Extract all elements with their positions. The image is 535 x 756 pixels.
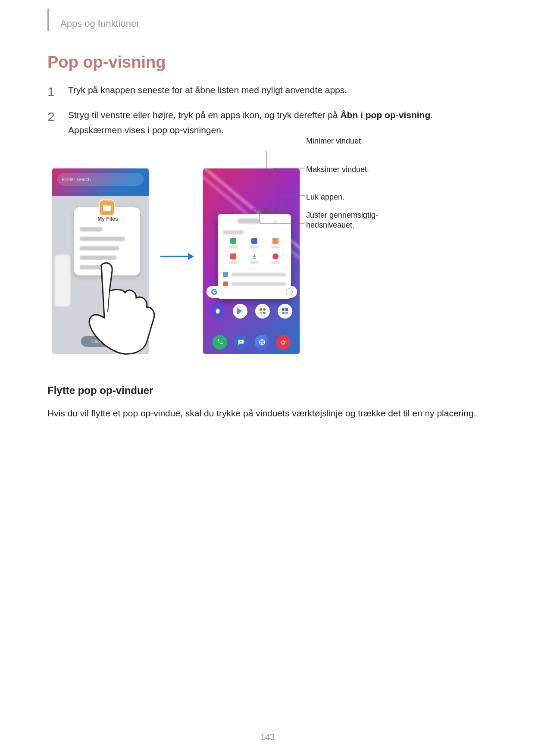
svg-point-10	[260, 308, 262, 311]
svg-point-20	[241, 341, 242, 342]
step-1-text: Tryk på knappen seneste for at åbne list…	[68, 85, 347, 95]
google-logo-icon	[211, 288, 218, 295]
close-icon: ×	[283, 208, 288, 213]
svg-rect-4	[253, 209, 256, 212]
callout-maximize: Maksimer vinduet.	[306, 165, 369, 175]
downloads-icon	[251, 253, 257, 259]
callout-minimize-label: Minimer vinduet.	[306, 136, 363, 146]
audio-icon: ♪	[272, 238, 278, 244]
popup-section-label	[218, 228, 291, 235]
callout-opacity-label: Juster gennemsigtig­hedsniveauet.	[306, 210, 388, 231]
svg-point-13	[263, 312, 266, 314]
step-2: Stryg til venstre eller højre, tryk på e…	[47, 107, 488, 138]
svg-text:♪: ♪	[274, 238, 276, 244]
arrow-right-icon	[160, 252, 194, 261]
recents-side-card	[55, 255, 70, 306]
page-title: Pop op-visning	[47, 53, 488, 72]
menu-item	[80, 227, 102, 231]
messages-icon	[234, 335, 248, 350]
svg-point-24	[285, 341, 285, 342]
popup-category-grid: ♪	[218, 235, 291, 251]
minimize-icon	[263, 208, 268, 213]
chapter-title: Apps og funktioner	[60, 18, 488, 29]
images-icon	[230, 238, 236, 244]
phone-icon	[213, 335, 227, 350]
more-icon: ⋮	[282, 218, 287, 224]
mic-icon	[286, 288, 293, 295]
step-2-text-c: Appskærmen vises i pop op-visningen.	[68, 125, 224, 135]
svg-rect-5	[253, 208, 257, 211]
callout-minimize: Minimer vinduet.	[306, 136, 363, 146]
svg-point-11	[263, 308, 266, 311]
google-folder-icon	[255, 304, 270, 319]
internal-storage-icon	[223, 272, 228, 277]
more-icon: ⋮	[135, 177, 139, 182]
svg-rect-15	[285, 308, 288, 311]
menu-item	[80, 237, 125, 241]
app-icon-myfiles	[99, 200, 115, 216]
steps-list: Tryk på knappen seneste for at åbne list…	[47, 82, 488, 138]
phone-popup: × ⌕ ⋮ ♪	[203, 168, 300, 354]
menu-item	[80, 256, 116, 260]
page-number: 143	[0, 732, 535, 742]
app-row	[203, 304, 300, 319]
browser-icon	[255, 335, 269, 350]
step-1: Tryk på knappen seneste for at åbne list…	[47, 82, 488, 98]
popup-header: ⌕ ⋮	[218, 214, 291, 228]
step-2-text-a: Stryg til venstre eller højre, tryk på e…	[68, 110, 340, 120]
svg-rect-1	[103, 205, 106, 206]
shop-icon	[210, 304, 225, 319]
svg-rect-17	[285, 312, 288, 314]
callout-close: Luk appen.	[306, 192, 344, 202]
hand-pointing-icon	[82, 261, 168, 356]
recents-search-bar: Finder search ⋮	[57, 173, 144, 186]
play-store-icon	[233, 304, 247, 319]
samsung-folder-icon	[278, 304, 292, 319]
subheading: Flytte pop op-vinduer	[47, 384, 488, 397]
opacity-icon	[252, 208, 257, 213]
dock-row	[203, 335, 300, 350]
popup-title-blur	[238, 219, 260, 224]
manual-page: Apps og funktioner Pop op-visning Tryk p…	[0, 0, 535, 756]
paragraph: Hvis du vil flytte et pop op-vindue, ska…	[47, 406, 488, 421]
menu-item	[80, 246, 119, 250]
popup-toolbar: ×	[252, 208, 288, 214]
step-2-bold: Åbn i pop op-visning	[340, 110, 430, 120]
recents-card-title: My Files	[80, 216, 136, 222]
callout-opacity: Juster gennemsigtig­hedsniveauet.	[306, 210, 388, 231]
callout-close-label: Luk appen.	[306, 192, 344, 202]
video-icon	[251, 238, 257, 244]
popup-category-grid-2	[218, 251, 291, 266]
step-2-text-b: .	[430, 110, 433, 120]
svg-point-19	[241, 341, 241, 342]
apk-icon	[272, 253, 278, 259]
docs-icon	[230, 253, 236, 259]
figure-area: Finder search ⋮ My Files Close all	[47, 151, 488, 375]
recents-search-placeholder: Finder search	[62, 177, 91, 182]
search-icon: ⌕	[273, 218, 276, 224]
svg-point-12	[260, 312, 262, 314]
svg-rect-16	[282, 312, 285, 314]
maximize-icon	[273, 208, 278, 213]
camera-icon	[276, 335, 291, 350]
svg-point-18	[239, 341, 240, 342]
svg-rect-14	[282, 308, 285, 311]
svg-marker-3	[188, 253, 194, 260]
google-search-widget	[206, 286, 297, 298]
header-rule	[47, 9, 49, 31]
callout-maximize-label: Maksimer vinduet.	[306, 165, 369, 175]
